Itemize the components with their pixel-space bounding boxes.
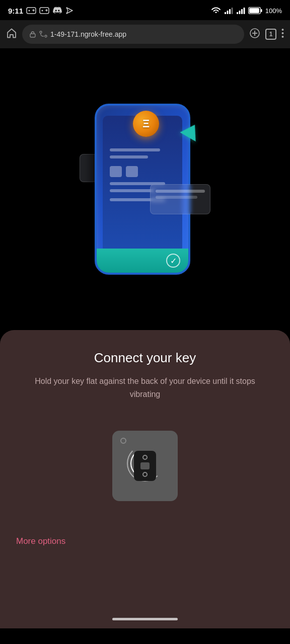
status-bar: 9:11 [0, 0, 290, 20]
svg-rect-12 [237, 12, 238, 14]
svg-rect-19 [30, 34, 35, 37]
svg-point-27 [282, 32, 284, 34]
send-icon [65, 7, 74, 15]
url-bar[interactable]: 1-49-171.ngrok-free.app [22, 25, 244, 44]
svg-rect-7 [46, 9, 47, 12]
status-left: 9:11 [8, 7, 74, 15]
screen-line-2 [110, 155, 148, 158]
check-circle: ✓ [166, 254, 180, 268]
browser-bar: 1-49-171.ngrok-free.app 1 [0, 20, 290, 48]
svg-rect-9 [227, 11, 228, 14]
time-display: 9:11 [8, 7, 23, 15]
signal2-icon [236, 7, 245, 15]
sheet-description: Hold your key flat against the back of y… [16, 375, 274, 400]
game-icon-2 [39, 7, 49, 15]
svg-point-21 [40, 31, 42, 33]
svg-rect-10 [229, 9, 231, 14]
svg-point-22 [45, 35, 47, 37]
svg-rect-14 [241, 9, 243, 14]
svg-rect-4 [40, 8, 49, 14]
svg-point-26 [282, 29, 284, 31]
svg-rect-3 [33, 9, 34, 12]
status-right: 100% [211, 7, 282, 15]
screen-box-2 [126, 166, 138, 177]
svg-rect-8 [225, 12, 226, 14]
home-bar [0, 612, 290, 628]
url-text: 1-49-171.ngrok-free.app [50, 30, 126, 38]
screen-line-4 [110, 189, 155, 192]
route-icon [39, 31, 47, 38]
battery-icon [248, 7, 262, 14]
svg-rect-17 [261, 9, 262, 12]
svg-rect-11 [231, 8, 233, 14]
browser-actions: 1 [249, 28, 284, 41]
bottom-sheet: Connect your key Hold your key flat agai… [0, 330, 290, 612]
nfc-dot-top [120, 438, 126, 444]
game-icon-1 [26, 7, 36, 15]
hero-area: Ξ ✓ [0, 48, 290, 330]
nfc-illustration [16, 431, 274, 501]
wifi-icon [211, 7, 221, 15]
svg-rect-15 [243, 8, 245, 14]
screen-box-1 [110, 166, 122, 177]
nfc-key-device [134, 451, 156, 481]
signal-icon [224, 7, 233, 15]
sheet-title: Connect your key [16, 350, 274, 366]
discord-icon [52, 7, 62, 15]
nfc-key-dot-top [142, 455, 148, 460]
svg-rect-0 [27, 8, 36, 14]
nfc-key-connector [140, 462, 150, 469]
home-icon[interactable] [6, 28, 17, 41]
nfc-key-dot-bottom [142, 472, 148, 477]
eth-coin: Ξ [133, 111, 159, 137]
glass-panel-right [150, 184, 210, 214]
more-options-button[interactable]: More options [16, 531, 274, 551]
svg-point-5 [42, 10, 43, 12]
tab-count[interactable]: 1 [265, 29, 276, 40]
new-tab-button[interactable] [249, 28, 260, 41]
more-menu-button[interactable] [281, 28, 284, 41]
svg-point-28 [282, 36, 284, 38]
home-bar-line [112, 618, 178, 620]
battery-percent: 100% [265, 7, 282, 15]
screen-line-1 [110, 148, 160, 151]
nfc-card [112, 431, 178, 501]
phone-illustration: Ξ ✓ [80, 94, 210, 285]
phone-bottom: ✓ [97, 249, 188, 273]
eth-symbol: Ξ [142, 117, 150, 130]
svg-point-1 [29, 10, 30, 12]
svg-rect-13 [239, 11, 240, 14]
svg-rect-18 [249, 8, 259, 13]
lock-icon [29, 31, 36, 38]
